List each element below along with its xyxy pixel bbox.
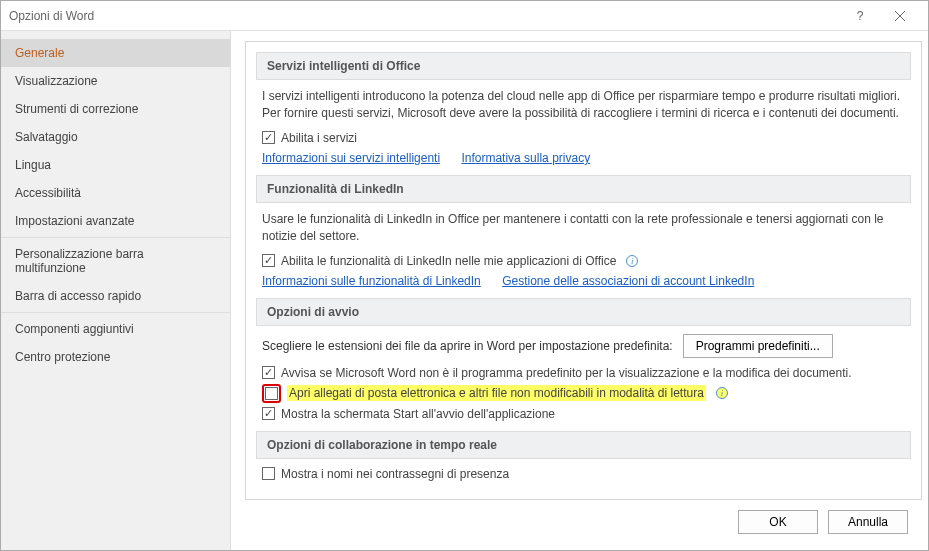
close-icon (895, 11, 905, 21)
smart-links: Informazioni sui servizi intelligenti In… (262, 151, 905, 165)
presence-names-checkbox[interactable] (262, 467, 275, 480)
sidebar-item-qat[interactable]: Barra di accesso rapido (1, 282, 230, 310)
sidebar-item-accessibilita[interactable]: Accessibilità (1, 179, 230, 207)
warn-default-row: Avvisa se Microsoft Word non è il progra… (262, 366, 905, 380)
enable-linkedin-checkbox[interactable] (262, 254, 275, 267)
enable-services-checkbox[interactable] (262, 131, 275, 144)
sidebar-item-generale[interactable]: Generale (1, 39, 230, 67)
linkedin-links: Informazioni sulle funzionalità di Linke… (262, 274, 905, 288)
enable-services-label: Abilita i servizi (281, 131, 357, 145)
close-button[interactable] (880, 2, 920, 30)
options-window: Opzioni di Word ? Generale Visualizzazio… (0, 0, 929, 551)
sidebar-item-trust[interactable]: Centro protezione (1, 343, 230, 371)
sidebar-separator (1, 312, 230, 313)
section-startup: Opzioni di avvio (256, 298, 911, 326)
smart-info-link[interactable]: Informazioni sui servizi intelligenti (262, 151, 440, 165)
ok-button[interactable]: OK (738, 510, 818, 534)
sidebar-item-visualizzazione[interactable]: Visualizzazione (1, 67, 230, 95)
linkedin-description: Usare le funzionalità di LinkedIn in Off… (262, 211, 905, 246)
sidebar-separator (1, 237, 230, 238)
default-programs-label: Scegliere le estensioni dei file da apri… (262, 339, 673, 353)
sidebar-item-avanzate[interactable]: Impostazioni avanzate (1, 207, 230, 235)
info-icon[interactable]: i (716, 387, 728, 399)
dialog-footer: OK Annulla (245, 500, 922, 544)
enable-linkedin-row: Abilita le funzionalità di LinkedIn nell… (262, 254, 905, 268)
reading-mode-label: Apri allegati di posta elettronica e alt… (287, 385, 706, 401)
sidebar-item-strumenti[interactable]: Strumenti di correzione (1, 95, 230, 123)
presence-names-row: Mostra i nomi nei contrassegni di presen… (262, 467, 905, 481)
window-title: Opzioni di Word (9, 9, 840, 23)
smart-description: I servizi intelligenti introducono la po… (262, 88, 905, 123)
section-collab: Opzioni di collaborazione in tempo reale (256, 431, 911, 459)
privacy-link[interactable]: Informativa sulla privacy (461, 151, 590, 165)
default-programs-button[interactable]: Programmi predefiniti... (683, 334, 833, 358)
dialog-body: Generale Visualizzazione Strumenti di co… (1, 31, 928, 550)
content-area: Servizi intelligenti di Office I servizi… (231, 31, 928, 550)
info-icon[interactable]: i (626, 255, 638, 267)
default-programs-row: Scegliere le estensioni dei file da apri… (262, 334, 905, 358)
options-scrollpane[interactable]: Servizi intelligenti di Office I servizi… (245, 41, 922, 500)
start-screen-checkbox[interactable] (262, 407, 275, 420)
enable-linkedin-label: Abilita le funzionalità di LinkedIn nell… (281, 254, 616, 268)
cancel-button[interactable]: Annulla (828, 510, 908, 534)
titlebar: Opzioni di Word ? (1, 1, 928, 31)
start-screen-row: Mostra la schermata Start all'avvio dell… (262, 407, 905, 421)
reading-mode-row: Apri allegati di posta elettronica e alt… (262, 384, 905, 403)
warn-default-checkbox[interactable] (262, 366, 275, 379)
linkedin-info-link[interactable]: Informazioni sulle funzionalità di Linke… (262, 274, 481, 288)
sidebar-item-salvataggio[interactable]: Salvataggio (1, 123, 230, 151)
sidebar-item-ribbon[interactable]: Personalizzazione barra multifunzione (1, 240, 230, 282)
sidebar-item-addins[interactable]: Componenti aggiuntivi (1, 315, 230, 343)
warn-default-label: Avvisa se Microsoft Word non è il progra… (281, 366, 852, 380)
category-sidebar: Generale Visualizzazione Strumenti di co… (1, 31, 231, 550)
help-button[interactable]: ? (840, 2, 880, 30)
presence-names-label: Mostra i nomi nei contrassegni di presen… (281, 467, 509, 481)
reading-mode-checkbox[interactable] (265, 387, 278, 400)
linkedin-accounts-link[interactable]: Gestione delle associazioni di account L… (502, 274, 754, 288)
sidebar-item-lingua[interactable]: Lingua (1, 151, 230, 179)
section-smart-services: Servizi intelligenti di Office (256, 52, 911, 80)
section-linkedin: Funzionalità di LinkedIn (256, 175, 911, 203)
enable-services-row: Abilita i servizi (262, 131, 905, 145)
highlight-marker (262, 384, 281, 403)
start-screen-label: Mostra la schermata Start all'avvio dell… (281, 407, 555, 421)
